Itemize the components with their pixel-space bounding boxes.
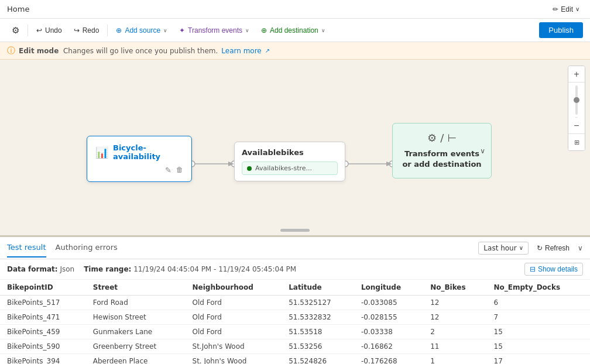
table-cell: 12: [423, 296, 486, 310]
data-info-row: Data format: Json Time range: 11/19/24 0…: [0, 259, 590, 280]
publish-button[interactable]: Publish: [539, 22, 583, 38]
table-header-cell: Longitude: [354, 280, 423, 296]
page-title: Home: [7, 5, 29, 13]
gear-icon: ⚙: [427, 132, 437, 144]
table-cell: Gunmakers Lane: [86, 325, 186, 339]
table-row: BikePoints_459Gunmakers LaneOld Ford51.5…: [0, 325, 590, 339]
table-cell: -0.033085: [354, 296, 423, 310]
table-cell: -0.03338: [354, 325, 423, 339]
table-cell: 15: [487, 325, 591, 339]
table-header-cell: No_Bikes: [423, 280, 486, 296]
bottom-panel: Test result Authoring errors Last hour ∨…: [0, 235, 590, 364]
table-cell: Ford Road: [86, 296, 186, 310]
data-table-wrapper[interactable]: BikepointIDStreetNeighbourhoodLatitudeLo…: [0, 280, 590, 364]
canvas-scroll-indicator: [280, 229, 310, 232]
title-bar-right: ✏ Edit ∨: [549, 4, 583, 15]
zoom-out-button[interactable]: −: [568, 118, 585, 134]
table-cell: Old Ford: [186, 325, 282, 339]
source-delete-icon[interactable]: 🗑: [176, 166, 183, 174]
table-cell: 51.524826: [282, 354, 354, 365]
time-select-label: Last hour: [483, 244, 516, 252]
table-cell: 15: [487, 339, 591, 354]
source-edit-icon[interactable]: ✎: [165, 166, 171, 174]
table-header-cell: Latitude: [282, 280, 354, 296]
table-cell: St. John's Wood: [186, 354, 282, 365]
tab-test-result[interactable]: Test result: [7, 238, 46, 257]
table-cell: 6: [487, 296, 591, 310]
destination-chevron-icon: ∨: [480, 147, 485, 155]
learn-more-link[interactable]: Learn more: [221, 47, 261, 55]
zoom-slider-area: [575, 83, 578, 118]
table-header-cell: Neighbourhood: [186, 280, 282, 296]
add-destination-button[interactable]: ⊕ Add destination ∨: [256, 24, 330, 37]
add-destination-chevron: ∨: [321, 28, 325, 33]
source-node-header: 📊 Bicycle-availability: [95, 143, 183, 161]
table-cell: 51.53518: [282, 325, 354, 339]
zoom-fit-button[interactable]: ⊞: [568, 134, 585, 150]
table-cell: 2: [423, 325, 486, 339]
table-cell: 1: [423, 354, 486, 365]
time-range-select[interactable]: Last hour ∨: [478, 242, 529, 255]
table-cell: BikePoints_471: [0, 310, 86, 325]
table-row: BikePoints_394Aberdeen PlaceSt. John's W…: [0, 354, 590, 365]
table-cell: St.John's Wood: [186, 339, 282, 354]
zoom-out-icon: −: [574, 121, 579, 131]
refresh-label: Refresh: [545, 244, 570, 252]
transform-chevron: ∨: [245, 28, 249, 33]
show-details-label: Show details: [538, 265, 578, 273]
table-cell: BikePoints_517: [0, 296, 86, 310]
table-body: BikePoints_517Ford RoadOld Ford51.532512…: [0, 296, 590, 365]
edit-mode-text: Edit mode Changes will go live once you …: [19, 47, 218, 55]
add-source-icon: ⊕: [116, 26, 122, 35]
stream-node[interactable]: Availablebikes Availabikes-stre...: [234, 142, 345, 181]
canvas: 📊 Bicycle-availability ✎ 🗑 Availablebike…: [0, 60, 590, 235]
zoom-in-button[interactable]: +: [568, 66, 585, 83]
add-source-chevron: ∨: [163, 28, 167, 33]
source-node-actions: ✎ 🗑: [95, 166, 183, 174]
data-format-label: Data format: Json: [7, 265, 74, 273]
destination-text: Transform events or add destination: [401, 149, 483, 170]
redo-button[interactable]: ↪ Redo: [69, 24, 104, 37]
stream-dot: [247, 166, 252, 171]
table-cell: 51.53256: [282, 339, 354, 354]
table-header-cell: Street: [86, 280, 186, 296]
zoom-in-icon: +: [574, 69, 579, 80]
expand-panel-button[interactable]: ∨: [578, 244, 583, 252]
tab-authoring-errors[interactable]: Authoring errors: [56, 238, 118, 257]
undo-label: Undo: [45, 26, 62, 35]
table-cell: Aberdeen Place: [86, 354, 186, 365]
add-source-label: Add source: [125, 26, 160, 35]
table-header-cell: BikepointID: [0, 280, 86, 296]
table-header-cell: No_Empty_Docks: [487, 280, 591, 296]
destination-icons: ⚙ / ⊢: [427, 132, 457, 144]
undo-button[interactable]: ↩ Undo: [32, 24, 67, 37]
time-select-chevron: ∨: [519, 245, 523, 251]
zoom-controls: + − ⊞: [568, 66, 585, 151]
edit-button[interactable]: ✏ Edit ∨: [549, 4, 583, 15]
zoom-fit-icon: ⊞: [574, 139, 579, 146]
bottom-tabs: Test result Authoring errors Last hour ∨…: [0, 237, 590, 259]
undo-icon: ↩: [36, 26, 42, 35]
zoom-slider-track: [575, 85, 578, 115]
table-row: BikePoints_471Hewison StreetOld Ford51.5…: [0, 310, 590, 325]
transform-label: Transform events: [188, 26, 242, 35]
source-node[interactable]: 📊 Bicycle-availability ✎ 🗑: [87, 136, 192, 182]
add-source-button[interactable]: ⊕ Add source ∨: [111, 24, 172, 37]
table-cell: Hewison Street: [86, 310, 186, 325]
settings-button[interactable]: ⚙: [7, 23, 24, 38]
show-details-button[interactable]: ⊟ Show details: [524, 263, 583, 276]
refresh-icon: ↻: [537, 244, 543, 252]
output-icon: ⊢: [447, 132, 457, 144]
table-header: BikepointIDStreetNeighbourhoodLatitudeLo…: [0, 280, 590, 296]
info-icon: ⓘ: [7, 46, 15, 56]
table-cell: 7: [487, 310, 591, 325]
external-link-icon: ↗: [265, 47, 270, 54]
edit-pencil-icon: ✏: [553, 5, 558, 13]
stream-node-title: Availablebikes: [242, 148, 338, 157]
redo-label: Redo: [83, 26, 100, 35]
expand-icon: ∨: [578, 244, 583, 252]
transform-events-button[interactable]: ✦ Transform events ∨: [174, 24, 254, 37]
table-cell: Old Ford: [186, 296, 282, 310]
destination-node[interactable]: ⚙ / ⊢ Transform events or add destinatio…: [392, 123, 492, 178]
refresh-button[interactable]: ↻ Refresh: [533, 242, 573, 254]
